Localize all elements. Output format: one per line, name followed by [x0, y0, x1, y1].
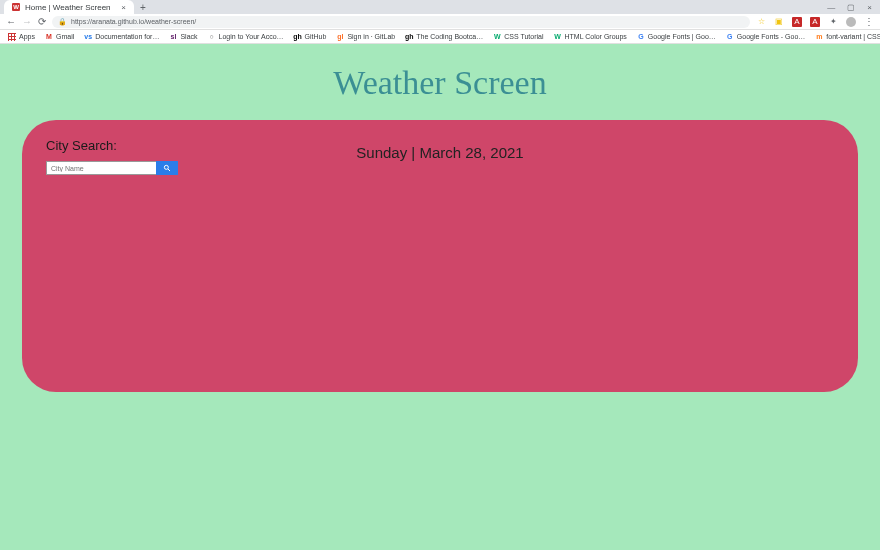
lock-icon: 🔒 — [58, 18, 67, 26]
bookmark-icon: ○ — [208, 33, 216, 41]
url-text: https://aranata.github.io/weather-screen… — [71, 18, 196, 25]
bookmark-label: Slack — [180, 33, 197, 40]
bookmark-item[interactable]: ○Login to Your Acco… — [208, 33, 284, 41]
svg-point-0 — [164, 165, 168, 169]
reload-button[interactable]: ⟳ — [38, 16, 46, 27]
bookmark-label: Gmail — [56, 33, 74, 40]
bookmark-icon: vs — [84, 33, 92, 41]
bookmark-label: GitHub — [305, 33, 327, 40]
url-input[interactable]: 🔒 https://aranata.github.io/weather-scre… — [52, 16, 750, 28]
bookmark-item[interactable]: WCSS Tutorial — [493, 33, 543, 41]
bookmark-label: Google Fonts | Goo… — [648, 33, 716, 40]
toolbar-actions: ☆ ▣ A A ✦ ⋮ — [756, 16, 874, 27]
bookmark-icon: G — [726, 33, 734, 41]
bookmark-label: The Coding Bootca… — [416, 33, 483, 40]
bookmark-icon: M — [45, 33, 53, 41]
address-bar: ← → ⟳ 🔒 https://aranata.github.io/weathe… — [0, 14, 880, 30]
bookmark-item[interactable]: GGoogle Fonts - Goo… — [726, 33, 805, 41]
bookmark-label: font-variant | CSS-T… — [826, 33, 880, 40]
date-display: Sunday | March 28, 2021 — [22, 144, 858, 161]
minimize-icon[interactable]: — — [827, 3, 835, 12]
forward-button[interactable]: → — [22, 16, 32, 27]
bookmark-icon: gh — [405, 33, 413, 41]
bookmark-icon — [8, 33, 16, 41]
ext-icon-b[interactable]: A — [810, 17, 820, 27]
favicon-icon: W — [12, 3, 20, 11]
bookmark-icon: m — [815, 33, 823, 41]
bookmark-item[interactable]: WHTML Color Groups — [553, 33, 626, 41]
svg-line-1 — [168, 169, 170, 171]
bookmark-icon: W — [553, 33, 561, 41]
menu-icon[interactable]: ⋮ — [864, 16, 874, 27]
window-controls: — ▢ × — [827, 3, 880, 12]
bookmark-item[interactable]: vsDocumentation for… — [84, 33, 159, 41]
tab-title: Home | Weather Screen — [25, 3, 116, 12]
extensions-icon[interactable]: ✦ — [828, 17, 838, 27]
translate-icon[interactable]: ▣ — [774, 17, 784, 27]
bookmark-icon: W — [493, 33, 501, 41]
back-button[interactable]: ← — [6, 16, 16, 27]
new-tab-button[interactable]: + — [140, 2, 146, 13]
bookmark-label: Google Fonts - Goo… — [737, 33, 805, 40]
close-window-icon[interactable]: × — [867, 3, 872, 12]
search-button[interactable] — [156, 161, 178, 175]
page-title: Weather Screen — [0, 44, 880, 120]
ext-icon-a[interactable]: A — [792, 17, 802, 27]
bookmark-item[interactable]: slSlack — [169, 33, 197, 41]
search-icon — [163, 164, 171, 172]
maximize-icon[interactable]: ▢ — [847, 3, 855, 12]
bookmark-item[interactable]: GGoogle Fonts | Goo… — [637, 33, 716, 41]
bookmark-item[interactable]: MGmail — [45, 33, 74, 41]
bookmark-icon: gl — [336, 33, 344, 41]
browser-tab[interactable]: W Home | Weather Screen × — [4, 0, 134, 14]
page-viewport: Weather Screen Sunday | March 28, 2021 C… — [0, 44, 880, 550]
bookmarks-bar: AppsMGmailvsDocumentation for…slSlack○Lo… — [0, 30, 880, 44]
weather-card: Sunday | March 28, 2021 City Search: — [22, 120, 858, 392]
city-search-input[interactable] — [46, 161, 156, 175]
bookmark-icon: G — [637, 33, 645, 41]
bookmark-item[interactable]: ghThe Coding Bootca… — [405, 33, 483, 41]
bookmark-label: Documentation for… — [95, 33, 159, 40]
star-icon[interactable]: ☆ — [756, 17, 766, 27]
bookmark-icon: sl — [169, 33, 177, 41]
bookmark-label: CSS Tutorial — [504, 33, 543, 40]
close-icon[interactable]: × — [121, 3, 126, 12]
bookmark-label: Apps — [19, 33, 35, 40]
bookmark-label: HTML Color Groups — [564, 33, 626, 40]
bookmark-item[interactable]: Apps — [8, 33, 35, 41]
tab-strip: W Home | Weather Screen × + — ▢ × — [0, 0, 880, 14]
bookmark-item[interactable]: ghGitHub — [294, 33, 327, 41]
bookmark-label: Sign in · GitLab — [347, 33, 395, 40]
bookmark-item[interactable]: mfont-variant | CSS-T… — [815, 33, 880, 41]
bookmark-label: Login to Your Acco… — [219, 33, 284, 40]
profile-avatar[interactable] — [846, 17, 856, 27]
search-row — [46, 161, 178, 175]
bookmark-item[interactable]: glSign in · GitLab — [336, 33, 395, 41]
bookmark-icon: gh — [294, 33, 302, 41]
